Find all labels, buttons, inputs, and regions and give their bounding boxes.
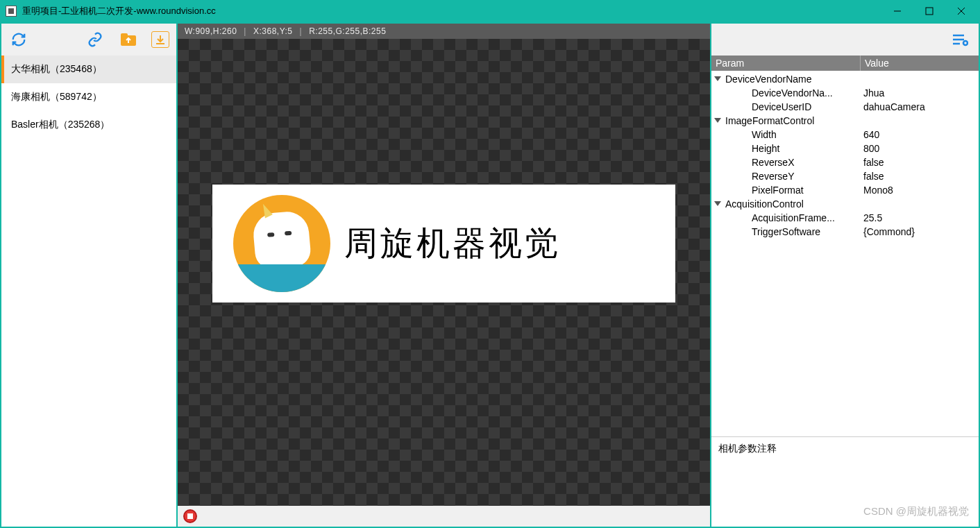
param-row[interactable]: PixelFormatMono8 [711,183,979,197]
param-table: Param Value DeviceVendorNameDeviceVendor… [711,56,979,436]
refresh-button[interactable] [8,29,29,50]
param-name: ImageFormatControl [711,115,861,126]
param-row[interactable]: DeviceVendorName [711,72,979,86]
expand-icon[interactable] [714,118,721,123]
svg-rect-5 [121,33,128,37]
download-button[interactable] [151,31,169,48]
param-name: DeviceVendorName [711,74,861,85]
param-name: Height [711,143,861,154]
minimize-button[interactable] [881,0,913,22]
expand-icon[interactable] [714,76,721,81]
banner-text: 周旋机器视觉 [344,221,561,266]
upload-button[interactable] [118,29,139,50]
canvas-area[interactable]: 周旋机器视觉 [178,39,710,506]
param-value[interactable]: 800 [861,143,979,154]
info-size: W:909,H:260 [185,26,237,36]
param-value[interactable]: 25.5 [861,212,979,223]
param-value[interactable]: {Commond} [861,226,979,237]
header-param[interactable]: Param [711,56,861,71]
window-buttons [881,0,977,22]
param-name: ReverseY [711,171,861,182]
link-button[interactable] [85,29,105,50]
param-value[interactable]: dahuaCamera [861,101,979,112]
annotation-text: 相机参数注释 [718,443,777,454]
sidebar-toolbar [1,24,176,56]
image-banner: 周旋机器视觉 [212,185,675,303]
param-name: DeviceVendorNa... [711,87,861,99]
param-row[interactable]: ReverseYfalse [711,169,979,183]
camera-item[interactable]: Basler相机（235268） [1,111,176,139]
close-button[interactable] [945,0,977,22]
right-toolbar [711,24,979,56]
param-value[interactable]: 640 [861,129,979,140]
param-row[interactable]: AcquisitionFrame...25.5 [711,211,979,225]
camera-item[interactable]: 海康相机（589742） [1,83,176,111]
content-wrapper: 大华相机（235468）海康相机（589742）Basler相机（235268）… [0,22,980,528]
param-name: ReverseX [711,157,861,168]
svg-rect-1 [926,8,933,15]
image-viewer: W:909,H:260 | X:368,Y:5 | R:255,G:255,B:… [178,24,711,527]
param-name: AcquisitionControl [711,198,861,210]
record-button[interactable] [183,509,197,523]
parameter-panel: Param Value DeviceVendorNameDeviceVendor… [711,24,979,527]
param-value[interactable]: Jhua [861,87,979,99]
app-icon [6,6,17,17]
info-position: X:368,Y:5 [253,26,293,36]
header-value[interactable]: Value [861,56,979,71]
param-name: TriggerSoftware [711,226,861,237]
window-title: 重明项目-工业相机二次开发-www.roundvision.cc [22,5,881,17]
param-row[interactable]: TriggerSoftware{Commond} [711,225,979,239]
param-row[interactable]: ImageFormatControl [711,114,979,128]
camera-sidebar: 大华相机（235468）海康相机（589742）Basler相机（235268） [1,24,178,527]
param-row[interactable]: Width640 [711,128,979,142]
filter-button[interactable] [949,29,970,50]
titlebar: 重明项目-工业相机二次开发-www.roundvision.cc [0,0,980,22]
param-name: DeviceUserID [711,101,861,112]
param-name: AcquisitionFrame... [711,212,861,223]
param-row[interactable]: AcquisitionControl [711,197,979,211]
expand-icon[interactable] [714,201,721,206]
param-body: DeviceVendorNameDeviceVendorNa...JhuaDev… [711,71,979,240]
maximize-button[interactable] [913,0,945,22]
param-name: PixelFormat [711,185,861,196]
camera-list: 大华相机（235468）海康相机（589742）Basler相机（235268） [1,56,176,527]
annotation-box: 相机参数注释 [711,436,979,527]
info-color: R:255,G:255,B:255 [309,26,386,36]
param-row[interactable]: DeviceUserIDdahuaCamera [711,100,979,114]
param-value[interactable]: Mono8 [861,185,979,196]
camera-item[interactable]: 大华相机（235468） [1,56,176,83]
viewer-infobar: W:909,H:260 | X:368,Y:5 | R:255,G:255,B:… [178,24,710,39]
param-row[interactable]: DeviceVendorNa...Jhua [711,86,979,100]
logo-icon [233,195,330,292]
viewer-bottom-bar [178,506,710,527]
param-header: Param Value [711,56,979,71]
param-name: Width [711,129,861,140]
param-value[interactable]: false [861,171,979,182]
param-row[interactable]: ReverseXfalse [711,155,979,169]
param-row[interactable]: Height800 [711,142,979,155]
param-value[interactable]: false [861,157,979,168]
svg-point-10 [963,41,968,45]
